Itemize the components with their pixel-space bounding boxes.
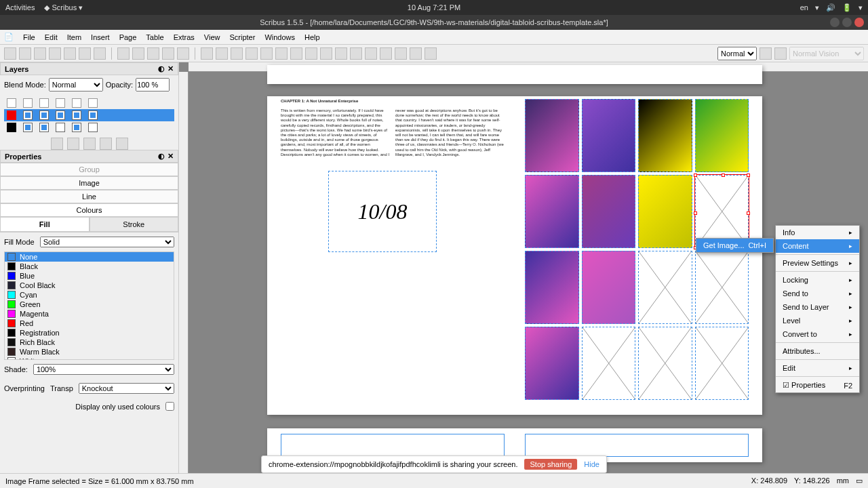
tab-fill[interactable]: Fill	[0, 217, 90, 232]
knockout-select[interactable]: Knockout	[79, 383, 174, 394]
tool-cut[interactable]	[147, 47, 159, 60]
menu-windows[interactable]: Windows	[264, 33, 295, 41]
tool-print[interactable]	[64, 47, 76, 60]
color-item[interactable]: None	[5, 252, 174, 262]
image-frame[interactable]	[525, 327, 579, 400]
image-frame[interactable]	[525, 175, 579, 248]
tool-close[interactable]	[49, 47, 61, 60]
color-list[interactable]: NoneBlackBlueCool BlackCyanGreenMagentaR…	[4, 251, 174, 360]
tab-stroke[interactable]: Stroke	[90, 217, 179, 232]
status-unit[interactable]: mm	[837, 476, 849, 485]
section-colours[interactable]: Colours	[0, 203, 178, 217]
menu-attributes[interactable]: Attributes...	[776, 344, 859, 358]
canvas-area[interactable]: CHAPTER 1: A Not Unnatural Enterprise Th…	[179, 62, 868, 473]
layer-up[interactable]	[100, 138, 112, 150]
preview-mode[interactable]	[774, 47, 787, 60]
menu-content[interactable]: Content	[776, 239, 859, 253]
layer-row[interactable]	[4, 121, 174, 134]
tool-unlinktext[interactable]	[380, 47, 392, 60]
color-item[interactable]: Green	[5, 300, 174, 309]
layer-col-lock[interactable]	[56, 98, 65, 108]
image-frame[interactable]	[638, 175, 692, 248]
tool-rotate[interactable]	[320, 47, 332, 60]
page-prev[interactable]	[267, 65, 762, 84]
layer-dup[interactable]	[83, 138, 96, 150]
color-item[interactable]: Cool Black	[5, 281, 174, 290]
image-frame-empty[interactable]	[695, 251, 749, 324]
image-frame-selected[interactable]	[695, 175, 749, 248]
image-frame-empty[interactable]	[638, 327, 692, 400]
tool-redo[interactable]	[132, 47, 144, 60]
tool-new[interactable]	[4, 47, 16, 60]
tool-shape[interactable]	[245, 47, 258, 60]
menu-item[interactable]: Item	[67, 33, 81, 41]
blend-mode-select[interactable]: Normal	[49, 78, 103, 92]
minimize-button[interactable]	[830, 18, 840, 27]
tool-undo[interactable]	[117, 47, 130, 60]
menu-locking[interactable]: Locking	[776, 273, 859, 287]
tool-select[interactable]	[201, 47, 213, 60]
color-item[interactable]: Warm Black	[5, 347, 174, 357]
tool-copy[interactable]	[162, 47, 174, 60]
fillmode-select[interactable]: Solid	[40, 237, 174, 247]
section-line[interactable]: Line	[0, 190, 178, 203]
zoom-controls[interactable]: ▭	[856, 476, 863, 485]
layer-col-outline[interactable]	[88, 98, 98, 108]
image-frame[interactable]	[695, 99, 749, 172]
layers-panel-header[interactable]: Layers ◐ ✕	[0, 62, 178, 75]
image-frame[interactable]	[582, 251, 636, 324]
power-icon[interactable]: ▾	[859, 3, 863, 12]
section-image[interactable]: Image	[0, 176, 178, 190]
menu-preview-settings[interactable]: Preview Settings	[776, 256, 859, 270]
menu-edit[interactable]: Edit	[776, 361, 859, 375]
image-frame[interactable]	[638, 99, 692, 172]
menu-level[interactable]: Level	[776, 314, 859, 327]
properties-panel-header[interactable]: Properties ◐ ✕	[0, 150, 178, 163]
layers-close-icon[interactable]: ✕	[167, 64, 174, 73]
image-frame-empty[interactable]	[582, 327, 636, 400]
lang-indicator[interactable]: en	[800, 3, 808, 12]
tool-line[interactable]	[275, 47, 288, 60]
hide-share-button[interactable]: Hide	[584, 460, 599, 468]
app-menu[interactable]: ◆ Scribus ▾	[44, 3, 83, 12]
vision-select[interactable]: Normal Vision	[789, 47, 864, 60]
tool-save[interactable]	[34, 47, 46, 60]
display-mode-select[interactable]: Normal	[717, 47, 757, 60]
menu-send-to[interactable]: Send to	[776, 287, 859, 300]
maximize-button[interactable]	[842, 18, 852, 27]
layer-col-flow[interactable]	[72, 98, 81, 108]
tool-open[interactable]	[19, 47, 31, 60]
image-frame[interactable]	[525, 99, 579, 172]
tool-eyedropper[interactable]	[425, 47, 437, 60]
menu-edit[interactable]: Edit	[45, 33, 58, 41]
page-spread[interactable]: CHAPTER 1: A Not Unnatural Enterprise Th…	[267, 96, 762, 415]
tool-zoom[interactable]	[335, 47, 347, 60]
menu-extras[interactable]: Extras	[174, 33, 195, 41]
empty-text-frame[interactable]	[525, 434, 749, 457]
color-item[interactable]: Registration	[5, 328, 174, 338]
color-item[interactable]: Magenta	[5, 309, 174, 319]
image-frame[interactable]	[525, 251, 579, 324]
tool-measure[interactable]	[395, 47, 407, 60]
tool-pdf[interactable]	[94, 47, 106, 60]
menu-convert-to[interactable]: Convert to	[776, 327, 859, 341]
chapter-heading[interactable]: CHAPTER 1: A Not Unnatural Enterprise	[281, 99, 505, 107]
menu-get-image[interactable]: Get Image...Ctrl+I	[696, 239, 773, 252]
menu-info[interactable]: Info	[776, 226, 859, 239]
menu-scripter[interactable]: Scripter	[229, 33, 255, 41]
stop-sharing-button[interactable]: Stop sharing	[525, 459, 578, 470]
tool-linktext[interactable]	[365, 47, 377, 60]
tool-preflight[interactable]	[79, 47, 91, 60]
props-shade-icon[interactable]: ◐	[158, 152, 165, 161]
layers-shade-icon[interactable]: ◐	[158, 64, 165, 73]
opacity-input[interactable]	[136, 78, 170, 92]
tool-polygon[interactable]	[260, 47, 273, 60]
tool-copyprops[interactable]	[410, 47, 422, 60]
props-close-icon[interactable]: ✕	[167, 152, 174, 161]
image-frame-empty[interactable]	[638, 251, 692, 324]
color-item[interactable]: Rich Black	[5, 338, 174, 347]
display-only-checkbox[interactable]	[165, 402, 174, 411]
image-frame[interactable]	[582, 99, 636, 172]
tool-freehand[interactable]	[305, 47, 317, 60]
sound-icon[interactable]: 🔊	[826, 3, 835, 12]
